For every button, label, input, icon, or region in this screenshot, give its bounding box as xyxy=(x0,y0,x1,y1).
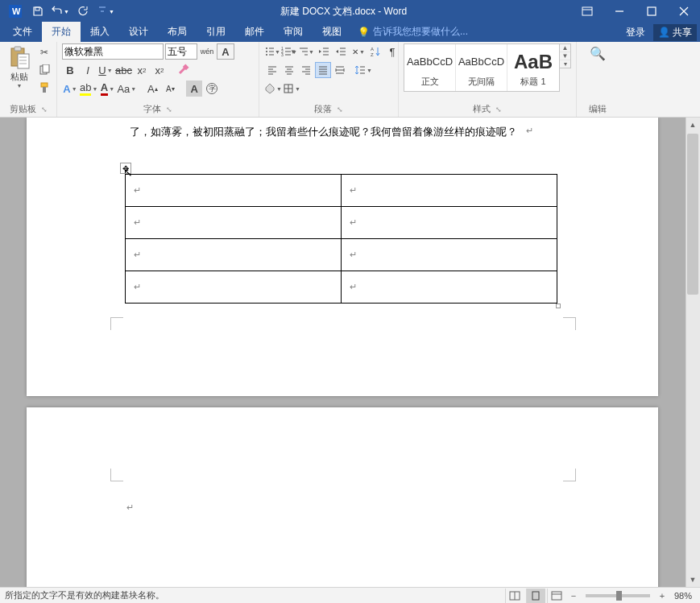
read-mode-button[interactable] xyxy=(505,589,524,603)
decrease-indent-button[interactable] xyxy=(316,43,332,60)
styles-gallery[interactable]: AaBbCcD正文 AaBbCcD无间隔 AaB标题 1 xyxy=(404,43,560,92)
character-border-button[interactable]: A xyxy=(217,43,234,60)
table-resize-handle[interactable] xyxy=(556,304,561,308)
zoom-out-button[interactable]: − xyxy=(568,591,579,601)
justify-button[interactable] xyxy=(315,62,331,78)
distributed-button[interactable] xyxy=(332,62,348,78)
styles-dialog-launcher[interactable]: ⤡ xyxy=(495,105,502,114)
font-dialog-launcher[interactable]: ⤡ xyxy=(166,105,172,114)
sort-button[interactable]: AZ xyxy=(367,43,383,60)
strikethrough-button[interactable]: abc xyxy=(115,62,132,78)
clear-formatting-button[interactable] xyxy=(176,62,192,78)
style-nospacing[interactable]: AaBbCcD无间隔 xyxy=(456,44,507,91)
tab-view[interactable]: 视图 xyxy=(313,22,351,42)
table-cell[interactable]: ↵ xyxy=(342,239,557,271)
text-effects-button[interactable]: A▼ xyxy=(62,81,78,97)
close-button[interactable] xyxy=(668,0,700,23)
align-center-button[interactable] xyxy=(281,62,297,78)
tell-me-input[interactable]: 💡告诉我您想要做什么... xyxy=(351,22,474,42)
character-shading-button[interactable]: A xyxy=(186,81,202,97)
italic-button[interactable]: I xyxy=(80,62,96,78)
zoom-slider-handle[interactable] xyxy=(616,591,622,601)
document-page[interactable]: ↵ xyxy=(27,407,658,587)
table-cell[interactable]: ↵ xyxy=(342,207,557,239)
word-icon[interactable]: W xyxy=(5,2,26,21)
table-cell[interactable]: ↵ xyxy=(342,271,557,304)
minimize-button[interactable] xyxy=(603,0,636,23)
paragraph-dialog-launcher[interactable]: ⤡ xyxy=(337,105,343,114)
tab-review[interactable]: 审阅 xyxy=(274,22,313,42)
cut-button[interactable]: ✂ xyxy=(37,45,52,60)
copy-button[interactable] xyxy=(37,63,52,77)
tab-references[interactable]: 引用 xyxy=(197,22,235,42)
asian-layout-button[interactable]: ✕▼ xyxy=(350,43,367,60)
superscript-button[interactable]: x2 xyxy=(151,62,168,78)
qat-customize[interactable]: ▼ xyxy=(95,2,116,21)
tab-insert[interactable]: 插入 xyxy=(81,22,119,42)
login-button[interactable]: 登录 xyxy=(621,24,650,41)
table-cell[interactable]: ↵ xyxy=(342,175,557,207)
document-page[interactable]: 了，如薄雾，被初阳蒸融了；我留着些什么痕迹呢？我何曾留着像游丝样的痕迹呢？ ↵ … xyxy=(27,118,658,396)
increase-indent-button[interactable] xyxy=(333,43,349,60)
tab-design[interactable]: 设计 xyxy=(119,22,158,42)
maximize-button[interactable] xyxy=(636,0,668,23)
multilevel-list-button[interactable]: ▼ xyxy=(298,43,314,60)
tab-home[interactable]: 开始 xyxy=(42,22,81,42)
table-cell[interactable]: ↵ xyxy=(126,175,342,207)
table-cell[interactable]: ↵ xyxy=(126,239,342,271)
enclose-characters-button[interactable]: 字 xyxy=(204,81,220,97)
line-spacing-button[interactable]: ▼ xyxy=(354,62,372,78)
borders-button[interactable]: ▼ xyxy=(283,81,300,97)
gallery-more-button[interactable]: ▾ xyxy=(560,60,570,68)
zoom-level[interactable]: 98% xyxy=(669,591,697,601)
shrink-font-button[interactable]: A▾ xyxy=(162,81,178,97)
tab-mail[interactable]: 邮件 xyxy=(235,22,274,42)
table-cell[interactable]: ↵ xyxy=(126,207,342,239)
font-size-combo[interactable]: ▼ xyxy=(165,43,197,60)
undo-button[interactable]: ▼ xyxy=(50,2,71,21)
find-button[interactable]: 🔍 xyxy=(590,45,606,61)
align-right-button[interactable] xyxy=(298,62,314,78)
print-layout-button[interactable] xyxy=(526,589,545,603)
underline-button[interactable]: U▼ xyxy=(97,62,114,78)
style-normal[interactable]: AaBbCcD正文 xyxy=(404,44,456,91)
clipboard-dialog-launcher[interactable]: ⤡ xyxy=(41,105,48,114)
scroll-down-button[interactable]: ▼ xyxy=(686,572,700,587)
save-button[interactable] xyxy=(27,2,48,21)
paste-button[interactable]: 粘贴 ▼ xyxy=(5,43,34,102)
document-table[interactable]: ↵↵ ↵↵ ↵↵ ↵↵ xyxy=(125,174,557,304)
document-area[interactable]: 了，如薄雾，被初阳蒸融了；我留着些什么痕迹呢？我何曾留着像游丝样的痕迹呢？ ↵ … xyxy=(0,118,700,587)
vertical-scrollbar[interactable]: ▲ ▼ xyxy=(686,118,700,587)
tab-file[interactable]: 文件 xyxy=(3,22,42,42)
highlight-button[interactable]: ab▼ xyxy=(80,81,97,97)
bold-button[interactable]: B xyxy=(62,62,78,78)
numbering-button[interactable]: 123▼ xyxy=(281,43,297,60)
web-layout-button[interactable] xyxy=(547,589,566,603)
shading-button[interactable]: ▼ xyxy=(264,81,282,97)
grow-font-button[interactable]: A▴ xyxy=(144,81,160,97)
align-left-button[interactable] xyxy=(264,62,280,78)
share-button[interactable]: 👤共享 xyxy=(653,24,697,41)
table-cell[interactable]: ↵ xyxy=(126,271,342,304)
style-heading1[interactable]: AaB标题 1 xyxy=(507,44,559,91)
format-painter-button[interactable] xyxy=(37,81,52,95)
gallery-up-button[interactable]: ▲ xyxy=(560,44,570,52)
zoom-in-button[interactable]: + xyxy=(657,591,668,601)
bullets-button[interactable]: ▼ xyxy=(264,43,280,60)
tab-layout[interactable]: 布局 xyxy=(158,22,197,42)
redo-button[interactable] xyxy=(72,2,93,21)
change-case-button[interactable]: Aa▼ xyxy=(117,81,136,97)
font-name-combo[interactable]: ▼ xyxy=(62,43,164,60)
scroll-up-button[interactable]: ▲ xyxy=(686,118,700,132)
gallery-down-button[interactable]: ▼ xyxy=(560,52,570,60)
ribbon-display-button[interactable] xyxy=(571,0,603,23)
document-body-text[interactable]: 了，如薄雾，被初阳蒸融了；我留着些什么痕迹呢？我何曾留着像游丝样的痕迹呢？ xyxy=(130,124,517,141)
font-color-button[interactable]: A▼ xyxy=(99,81,115,97)
table-move-handle[interactable]: ✥ xyxy=(120,163,131,174)
paragraph-group-label: 段落 xyxy=(314,103,332,115)
subscript-button[interactable]: x2 xyxy=(134,62,150,78)
phonetic-guide-button[interactable]: wén xyxy=(199,43,215,60)
show-hide-marks-button[interactable]: ¶ xyxy=(384,43,400,60)
scroll-thumb[interactable] xyxy=(687,134,698,295)
zoom-slider[interactable] xyxy=(586,594,650,597)
